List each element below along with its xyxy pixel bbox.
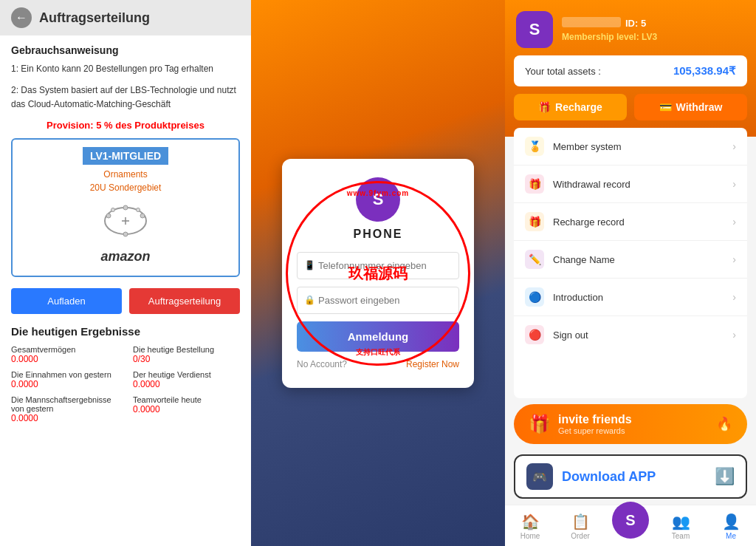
profile-name-blurred [562,17,621,27]
result-value-4: 0.0000 [11,413,118,423]
recharge-record-icon: 🎁 [525,212,544,231]
nav-me-label: Me [726,532,736,540]
team-icon: 👥 [672,513,690,530]
avatar-letter: S [529,20,540,39]
instruction-line1: 1: Ein Konto kann 20 Bestellungen pro Ta… [11,62,240,76]
withdraw-icon: 💳 [659,101,672,113]
invite-text: invite friends Get super rewards [558,413,632,435]
menu-label-changename: Change Name [553,254,732,265]
menu-item-member[interactable]: 🏅 Member system › [514,128,747,165]
upload-button[interactable]: Aufladen [11,288,122,314]
menu-item-withdrawal[interactable]: 🎁 Withdrawal record › [514,165,747,203]
middle-panel: S PHONE 📱 🔒 Anmeldung No Account? Regist… [251,0,505,546]
result-value-2: 0.0000 [11,379,118,389]
results-title: Die heutigen Ergebnisse [11,325,240,338]
membership-level: LV1-MITGLIED [83,147,168,165]
assets-box: Your total assets : 105,338.94₹ [514,55,747,86]
menu-item-intro[interactable]: 🔵 Introduction › [514,279,747,316]
phone-field-icon: 📱 [304,260,315,270]
nav-team[interactable]: 👥 Team [656,510,706,543]
nav-order-label: Order [571,532,590,540]
result-value-3: 0.0000 [133,379,240,389]
assets-value: 105,338.94₹ [673,64,736,78]
nav-home[interactable]: 🏠 Home [505,510,555,543]
svg-point-6 [137,208,140,211]
result-item-5: Teamvorteile heute 0.0000 [133,395,240,423]
nav-center[interactable]: S [605,510,656,543]
result-item-3: Der heutige Verdienst 0.0000 [133,370,240,389]
phone-input[interactable] [297,252,459,279]
home-icon: 🏠 [521,513,540,530]
menu-arrow-signout: › [732,329,736,341]
nav-center-button[interactable]: S [612,502,649,539]
assign-button[interactable]: Auftragserteilung [129,288,240,314]
menu-label-intro: Introduction [553,292,732,303]
nav-team-label: Team [672,532,690,540]
intro-icon: 🔵 [525,287,544,307]
menu-arrow-recharge: › [732,216,736,228]
svg-point-5 [111,208,115,211]
back-button[interactable]: ← [11,7,32,28]
result-item-1: Die heutige Bestellung 0/30 [133,345,240,364]
nav-home-label: Home [520,532,540,540]
phone-card: S PHONE 📱 🔒 Anmeldung No Account? Regist… [282,159,474,388]
invite-sub: Get super rewards [558,426,632,435]
results-grid: Gesamtvermögen 0.0000 Die heutige Bestel… [11,345,240,423]
menu-label-recharge: Recharge record [553,216,732,228]
menu-arrow-intro: › [732,291,736,303]
result-label-0: Gesamtvermögen [11,345,118,354]
menu-arrow-changename: › [732,253,736,265]
menu-item-changename[interactable]: ✏️ Change Name › [514,241,747,279]
left-header-title: Auftragserteilung [39,10,150,26]
membership-card: LV1-MITGLIED Ornaments 20U Sondergebiet … [11,138,240,277]
profile-info: ID: 5 Membership level: LV3 [562,17,745,42]
menu-item-signout[interactable]: 🔴 Sign out › [514,316,747,353]
assets-label: Your total assets : [525,66,601,77]
result-label-4: Die Mannschaftsergebnisse von gestern [11,395,118,413]
instructions-title: Gebrauchsanweisung [11,44,240,56]
menu-arrow-member: › [732,140,736,152]
invite-banner[interactable]: 🎁 invite friends Get super rewards 🔥 [514,404,747,444]
download-label: Download APP [562,469,706,485]
svg-point-2 [140,214,145,218]
bottom-nav: 🏠 Home 📋 Order S 👥 Team 👤 Me [505,505,756,546]
profile-id: ID: 5 [625,18,646,29]
svg-point-3 [123,205,128,210]
menu-item-recharge[interactable]: 🎁 Recharge record › [514,203,747,241]
signout-icon: 🔴 [525,325,544,344]
result-value-5: 0.0000 [133,404,240,414]
no-account-text: No Account? [297,359,347,369]
svg-point-1 [106,214,111,218]
withdraw-button[interactable]: 💳 Withdraw [634,94,747,120]
result-value-1: 0/30 [133,354,240,364]
nav-order[interactable]: 📋 Order [555,510,605,543]
result-label-2: Die Einnahmen von gestern [11,370,118,379]
changename-icon: ✏️ [525,250,544,269]
phone-input-group: 📱 [297,252,459,279]
result-item-2: Die Einnahmen von gestern 0.0000 [11,370,118,389]
me-icon: 👤 [722,513,740,530]
nav-me[interactable]: 👤 Me [706,510,756,543]
password-input[interactable] [297,287,459,314]
register-link[interactable]: Register Now [406,359,459,369]
menu-label-withdrawal: Withdrawal record [553,179,732,190]
withdraw-label: Withdraw [676,101,723,113]
left-header: ← Auftragserteilung [0,0,251,35]
result-label-3: Der heutige Verdienst [133,370,240,379]
recharge-button[interactable]: 🎁 Recharge [514,94,627,120]
provision-text: Provision: 5 % des Produktpreises [11,120,240,131]
download-bar[interactable]: 🎮 Download APP ⬇️ [514,454,747,499]
password-field-icon: 🔒 [304,295,315,305]
bracelet-icon [100,202,151,239]
invite-main: invite friends [558,413,632,426]
register-row: No Account? Register Now [297,359,459,369]
profile-level: Membership level: LV3 [562,32,745,42]
membership-sub2: 20U Sondergebiet [20,182,231,193]
result-item-0: Gesamtvermögen 0.0000 [11,345,118,364]
recharge-label: Recharge [555,101,602,113]
menu-label-member: Member system [553,141,732,152]
action-row: 🎁 Recharge 💳 Withdraw [514,94,747,120]
left-body: Gebrauchsanweisung 1: Ein Konto kann 20 … [0,35,251,546]
menu-list: 🏅 Member system › 🎁 Withdrawal record › … [514,128,747,398]
login-button[interactable]: Anmeldung [297,321,459,352]
